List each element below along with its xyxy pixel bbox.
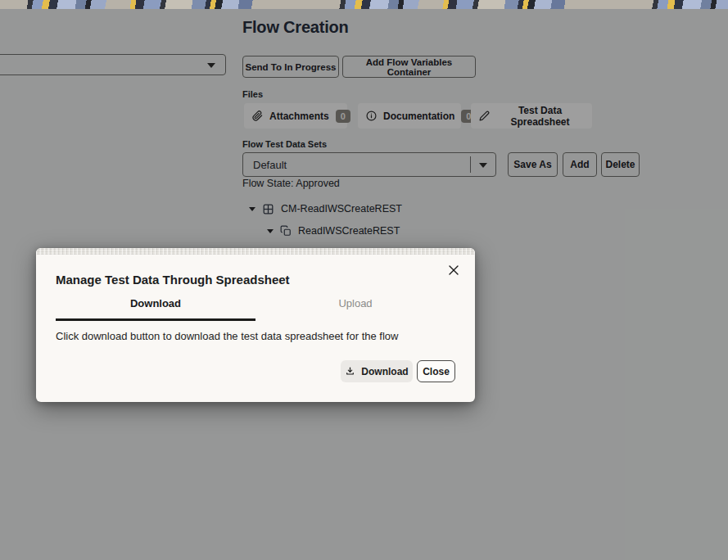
modal-title: Manage Test Data Through Spreadsheet <box>56 273 290 287</box>
modal-tabs: Download Upload <box>56 297 455 321</box>
tab-download[interactable]: Download <box>56 297 255 321</box>
close-icon <box>448 264 459 278</box>
modal-close-button[interactable] <box>445 263 462 279</box>
download-button-label: Download <box>361 366 408 377</box>
tab-upload[interactable]: Upload <box>255 297 455 321</box>
screen: Flow Creation Send To In Progress Add Fl… <box>0 0 728 560</box>
download-button[interactable]: Download <box>341 360 413 382</box>
manage-test-data-modal: Manage Test Data Through Spreadsheet Dow… <box>36 248 475 402</box>
modal-description: Click download button to download the te… <box>56 330 398 342</box>
decorative-pattern-banner <box>0 0 728 9</box>
modal-texture-strip <box>36 248 475 255</box>
download-icon <box>345 366 355 377</box>
close-button[interactable]: Close <box>417 360 455 382</box>
